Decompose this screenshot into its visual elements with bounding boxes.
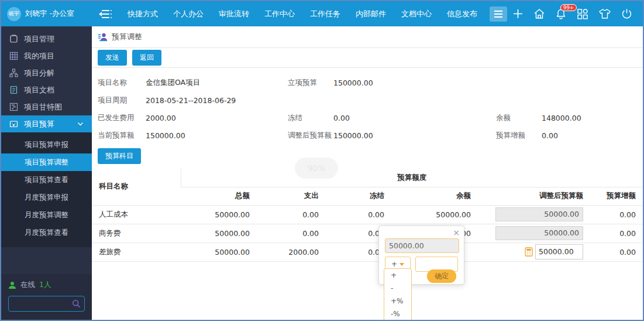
user-name: 刘晓宇 -办公室 [25,9,74,19]
budget-adjust-person-icon [98,32,108,42]
col-header-total: 总额 [181,187,257,205]
toolbar: 发送 返回 [92,48,643,68]
caret-down-icon [400,263,404,266]
current-budget-label: 当前预算额 [98,131,146,141]
budget-increase-value: 0.00 [542,131,637,140]
project-period-label: 项目周期 [98,95,146,105]
nav-item-shortcuts[interactable]: 快捷方式 [120,1,166,26]
balance-label: 余额 [496,113,542,123]
col-header-subject: 科目名称 [92,169,181,205]
nav-item-document-center[interactable]: 文档中心 [394,1,439,26]
sidebar-item-project-breakdown[interactable]: 项目分解 [1,64,92,81]
main-content: 预算调整 发送 返回 项目名称 金信集团OA项目 立项预算 150000.00 … [92,26,643,320]
adjusted-budget-value: 150000.00 [333,131,496,140]
sidebar-bottom: 在线 1人 [1,274,92,320]
col-header-spent: 支出 [257,187,326,205]
initial-budget-label: 立项预算 [288,78,333,88]
nav-item-internal-mail[interactable]: 内部邮件 [348,1,394,26]
theme-shirt-icon[interactable] [598,8,611,19]
add-icon[interactable] [512,8,524,19]
send-button[interactable]: 发送 [98,50,127,66]
operator-option-minus[interactable]: - [384,282,411,295]
back-button[interactable]: 返回 [132,50,161,66]
budget-icon [9,119,18,128]
sidebar-item-project-management[interactable]: 项目管理 [1,30,92,47]
app-window: 晓宇 刘晓宇 -办公室 快捷方式 个人办公 审批流转 工作中心 工作任务 内部邮… [0,0,644,321]
incurred-cost-value: 2000.00 [146,114,288,122]
sidebar-subitem-project-budget-adjust[interactable]: 项目预算调整 [1,153,92,171]
adjusted-budget-input[interactable]: 50000.00 [495,226,583,240]
nav-more-menu-icon[interactable] [490,6,507,22]
col-header-increase: 预算增额 [590,187,643,205]
confirm-button[interactable]: 确定 [427,269,456,283]
operator-option-plus-percent[interactable]: +% [384,295,411,308]
project-name-label: 项目名称 [98,78,146,88]
sidebar-item-project-gantt[interactable]: 项目甘特图 [1,98,92,115]
nav-item-approval-flow[interactable]: 审批流转 [211,1,257,26]
topbar-icons: 99+ [512,8,643,20]
home-icon[interactable] [533,8,545,19]
project-period-value: 2018-05-21--2018-06-29 [146,96,288,105]
budget-subject-button[interactable]: 预算科目 [98,148,141,164]
network-icon [9,69,18,77]
project-name-value: 金信集团OA项目 [146,78,288,88]
clipboard-icon [9,35,18,43]
user-area[interactable]: 晓宇 刘晓宇 -办公室 [1,7,92,21]
adjusted-budget-input[interactable]: 50000.00 [495,207,583,221]
calculator-icon[interactable] [525,247,533,257]
budget-submenu: 项目预算申报 项目预算调整 项目预算查看 月度预算申报 月度预算调整 月度预算查… [1,132,92,247]
col-group-header-budget-quota: 预算额度 [181,169,643,187]
col-header-frozen: 冻结 [326,187,391,205]
adjusted-budget-label: 调整后预算额 [288,131,333,141]
table-row: 商务费 50000.00 0.00 0.00 50000.00 50000.00… [92,224,643,243]
adjusted-budget-input-active[interactable]: 50000.00 [535,244,583,259]
online-status: 在线 1人 [8,280,85,290]
nav-item-info-publish[interactable]: 信息发布 [439,1,485,26]
top-bar: 晓宇 刘晓宇 -办公室 快捷方式 个人办公 审批流转 工作中心 工作任务 内部邮… [1,1,643,26]
operator-dropdown-list: + - +% -% [384,268,412,320]
operator-value: + [391,260,397,268]
gantt-icon [9,103,18,111]
budget-increase-label: 预算增额 [496,131,542,141]
popup-current-value-input[interactable] [385,238,459,253]
sidebar-subitem-monthly-budget-view[interactable]: 月度预算查看 [1,224,92,241]
budget-table: 科目名称 预算额度 总额 支出 冻结 余额 调整后预算额 预算增额 人工成本 [92,169,643,262]
table-row: 人工成本 50000.00 0.00 0.00 50000.00 50000.0… [92,205,643,224]
sidebar-item-project-documents[interactable]: 项目文档 [1,81,92,98]
chevron-down-icon [76,122,85,126]
online-user-icon [8,281,16,289]
table-row: 差旅费 50000.00 2000.00 0.00 50000.00 0.00 [92,243,643,261]
page-header: 预算调整 [92,26,643,48]
operator-option-plus[interactable]: + [384,269,411,282]
sidebar-item-my-projects[interactable]: 我的项目 [1,47,92,64]
nav-item-work-center[interactable]: 工作中心 [257,1,302,26]
collapse-sidebar-icon[interactable] [99,9,112,19]
online-count: 1人 [39,280,51,290]
search-icon[interactable] [72,299,81,308]
notifications-bell-icon[interactable]: 99+ [555,8,567,20]
sidebar-item-project-budget[interactable]: 项目预算 [1,115,92,132]
grid-icon [9,52,18,60]
notification-badge: 99+ [560,4,577,12]
sidebar-subitem-project-budget-declare[interactable]: 项目预算申报 [1,136,92,153]
operator-option-minus-percent[interactable]: -% [384,308,411,320]
apps-grid-icon[interactable] [577,8,588,20]
nav-item-personal-office[interactable]: 个人办公 [166,1,211,26]
budget-form: 项目名称 金信集团OA项目 立项预算 150000.00 项目周期 2018-0… [92,68,643,145]
online-label: 在线 [20,280,35,290]
nav-item-work-tasks[interactable]: 工作任务 [302,1,348,26]
sidebar-subitem-monthly-budget-adjust[interactable]: 月度预算调整 [1,206,92,224]
incurred-cost-label: 已发生费用 [98,113,146,123]
col-header-balance: 余额 [391,187,478,205]
main-nav: 快捷方式 个人办公 审批流转 工作中心 工作任务 内部邮件 文档中心 信息发布 [120,1,507,26]
sidebar: 项目管理 我的项目 项目分解 项目文档 项目甘特图 [1,26,92,320]
avatar[interactable]: 晓宇 [7,7,21,21]
current-budget-value: 150000.00 [146,131,288,140]
logout-power-icon[interactable] [621,8,632,19]
frozen-value: 0.00 [333,114,496,122]
budget-adjust-popup: × + 确定 + - +% -% [378,226,464,285]
initial-budget-value: 150000.00 [333,78,496,87]
sidebar-subitem-monthly-budget-declare[interactable]: 月度预算申报 [1,189,92,206]
sidebar-subitem-project-budget-view[interactable]: 项目预算查看 [1,171,92,189]
close-icon[interactable]: × [453,228,460,237]
